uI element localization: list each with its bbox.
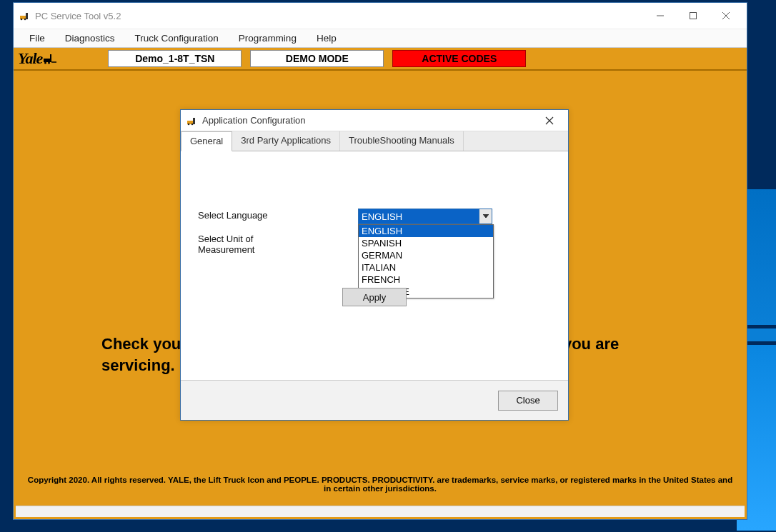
brand-logo: Yale bbox=[18, 49, 58, 68]
svg-point-2 bbox=[21, 19, 23, 21]
dialog-body: Select Language Select Unit of Measureme… bbox=[181, 151, 568, 380]
main-window: PC Service Tool v5.2 File Diagnostics Tr… bbox=[13, 2, 747, 520]
window-title: PC Service Tool v5.2 bbox=[35, 11, 644, 21]
language-combobox[interactable]: ENGLISH bbox=[358, 209, 492, 224]
tab-general[interactable]: General bbox=[181, 131, 232, 151]
svg-point-10 bbox=[44, 62, 46, 64]
chip-active-codes[interactable]: ACTIVE CODES bbox=[392, 50, 526, 67]
svg-point-11 bbox=[48, 62, 50, 64]
svg-rect-14 bbox=[193, 118, 195, 124]
svg-rect-5 bbox=[690, 13, 697, 19]
language-option-spanish[interactable]: SPANISH bbox=[359, 237, 493, 249]
dialog-application-configuration: Application Configuration General 3rd Pa… bbox=[180, 109, 569, 421]
menubar: File Diagnostics Truck Configuration Pro… bbox=[14, 29, 747, 48]
svg-rect-9 bbox=[50, 54, 51, 62]
svg-marker-19 bbox=[483, 214, 489, 218]
svg-rect-1 bbox=[26, 13, 28, 19]
app-icon bbox=[19, 10, 31, 21]
chip-demo-mode[interactable]: DEMO MODE bbox=[250, 50, 384, 67]
language-option-french[interactable]: FRENCH bbox=[359, 273, 493, 286]
titlebar: PC Service Tool v5.2 bbox=[14, 3, 747, 29]
brand-bar: Yale Demo_1-8T_TSN DEMO MODE ACTIVE CODE… bbox=[14, 48, 747, 71]
language-option-english[interactable]: ENGLISH bbox=[359, 225, 493, 237]
svg-rect-8 bbox=[44, 59, 50, 62]
menu-programming[interactable]: Programming bbox=[229, 31, 307, 46]
dialog-tabstrip: General 3rd Party Applications TroubleSh… bbox=[181, 131, 568, 151]
close-window-button[interactable] bbox=[710, 4, 742, 27]
dialog-title: Application Configuration bbox=[202, 115, 306, 126]
svg-point-16 bbox=[191, 123, 194, 125]
chip-truck-name[interactable]: Demo_1-8T_TSN bbox=[108, 50, 242, 67]
minimize-button[interactable] bbox=[644, 4, 677, 27]
menu-file[interactable]: File bbox=[19, 31, 55, 46]
main-message-prefix: Check your bbox=[101, 335, 191, 353]
copyright-footer: Copyright 2020. All rights reserved. YAL… bbox=[16, 476, 745, 493]
language-combobox-value: ENGLISH bbox=[359, 209, 479, 224]
maximize-button[interactable] bbox=[677, 4, 710, 27]
close-button[interactable]: Close bbox=[498, 391, 558, 411]
label-select-language: Select Language bbox=[198, 210, 305, 221]
dialog-titlebar: Application Configuration bbox=[181, 110, 568, 131]
dialog-icon bbox=[186, 115, 198, 126]
menu-diagnostics[interactable]: Diagnostics bbox=[55, 31, 125, 46]
svg-point-15 bbox=[188, 123, 190, 125]
dialog-close-x[interactable] bbox=[535, 111, 564, 130]
brand-logo-text: Yale bbox=[18, 49, 42, 68]
language-option-italian[interactable]: ITALIAN bbox=[359, 261, 493, 273]
menu-truck-configuration[interactable]: Truck Configuration bbox=[125, 31, 229, 46]
forklift-icon bbox=[44, 54, 58, 68]
dialog-footer: Close bbox=[181, 380, 568, 420]
status-strip bbox=[16, 506, 745, 517]
tab-troubleshooting-manuals[interactable]: TroubleShooting Manuals bbox=[340, 131, 464, 151]
menu-help[interactable]: Help bbox=[307, 31, 347, 46]
tab-3rd-party-applications[interactable]: 3rd Party Applications bbox=[232, 131, 340, 151]
language-option-german[interactable]: GERMAN bbox=[359, 249, 493, 261]
chevron-down-icon[interactable] bbox=[479, 209, 492, 224]
apply-button[interactable]: Apply bbox=[342, 288, 407, 306]
label-select-unit: Select Unit of Measurement bbox=[198, 234, 305, 255]
svg-point-3 bbox=[24, 19, 26, 21]
content-area: Check your you are servicing. Copyright … bbox=[14, 71, 747, 519]
